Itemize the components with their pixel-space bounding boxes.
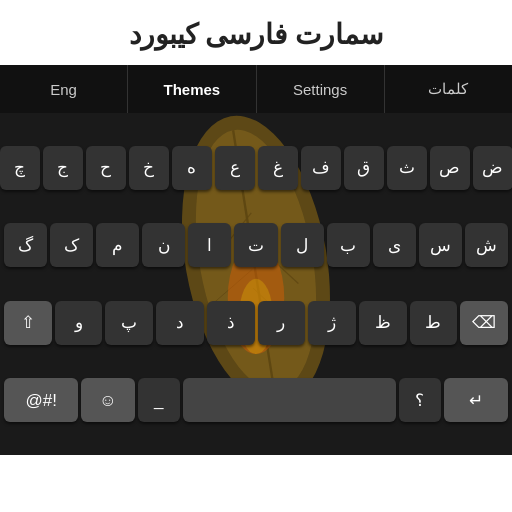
tab-settings[interactable]: Settings	[257, 65, 385, 113]
key-zal[interactable]: ذ	[207, 301, 255, 345]
tab-words[interactable]: کلمات	[385, 65, 512, 113]
key-h[interactable]: ح	[86, 146, 126, 190]
key-sad[interactable]: ص	[430, 146, 470, 190]
key-shift[interactable]: ⇧	[4, 301, 52, 345]
key-enter[interactable]: ↵	[444, 378, 508, 422]
key-n[interactable]: ن	[142, 223, 185, 267]
tab-themes-label: Themes	[164, 81, 221, 98]
key-row-2: گ ک م ن ا ت ل ب ی س ش	[0, 220, 512, 270]
key-ghain[interactable]: غ	[258, 146, 298, 190]
page-title: سمارت فارسی کیبورد	[0, 0, 512, 65]
tab-settings-label: Settings	[293, 81, 347, 98]
key-symbols[interactable]: !#@	[4, 378, 78, 422]
key-row-1: چ ج ح خ ه ع غ ف ق ث ص ض	[0, 143, 512, 193]
key-zh[interactable]: ژ	[308, 301, 356, 345]
key-ch[interactable]: چ	[0, 146, 40, 190]
tab-words-label: کلمات	[428, 80, 468, 98]
key-k[interactable]: ک	[50, 223, 93, 267]
key-row-4: !#@ ☺ _ ؟ ↵	[0, 375, 512, 425]
tab-eng-label: Eng	[50, 81, 77, 98]
key-emoji[interactable]: ☺	[81, 378, 134, 422]
key-kh[interactable]: خ	[129, 146, 169, 190]
key-sh[interactable]: ش	[465, 223, 508, 267]
key-j[interactable]: ج	[43, 146, 83, 190]
key-ain[interactable]: ع	[215, 146, 255, 190]
key-g[interactable]: گ	[4, 223, 47, 267]
key-he[interactable]: ه	[172, 146, 212, 190]
key-space[interactable]	[183, 378, 396, 422]
key-b[interactable]: ب	[327, 223, 370, 267]
key-question[interactable]: ؟	[399, 378, 442, 422]
key-d[interactable]: د	[156, 301, 204, 345]
keyboard-content: Eng Themes Settings کلمات چ ج ح خ ه ع غ	[0, 65, 512, 455]
tab-themes[interactable]: Themes	[128, 65, 256, 113]
key-underscore[interactable]: _	[138, 378, 181, 422]
key-p[interactable]: پ	[105, 301, 153, 345]
keyboard-area: Eng Themes Settings کلمات چ ج ح خ ه ع غ	[0, 65, 512, 455]
key-s[interactable]: س	[419, 223, 462, 267]
tab-eng[interactable]: Eng	[0, 65, 128, 113]
key-m[interactable]: م	[96, 223, 139, 267]
tab-row: Eng Themes Settings کلمات	[0, 65, 512, 113]
key-zha[interactable]: ظ	[359, 301, 407, 345]
rows-container: چ ج ح خ ه ع غ ف ق ث ص ض گ ک م ن ا ت	[0, 113, 512, 455]
key-v[interactable]: و	[55, 301, 103, 345]
key-backspace[interactable]: ⌫	[460, 301, 508, 345]
key-row-3: ⇧ و پ د ذ ر ژ ظ ط ⌫	[0, 298, 512, 348]
key-r[interactable]: ر	[258, 301, 306, 345]
key-a[interactable]: ا	[188, 223, 231, 267]
key-th[interactable]: ث	[387, 146, 427, 190]
key-l[interactable]: ل	[281, 223, 324, 267]
key-t[interactable]: ت	[234, 223, 277, 267]
key-f[interactable]: ف	[301, 146, 341, 190]
key-ta[interactable]: ط	[410, 301, 458, 345]
key-q[interactable]: ق	[344, 146, 384, 190]
key-y[interactable]: ی	[373, 223, 416, 267]
key-zad[interactable]: ض	[473, 146, 513, 190]
